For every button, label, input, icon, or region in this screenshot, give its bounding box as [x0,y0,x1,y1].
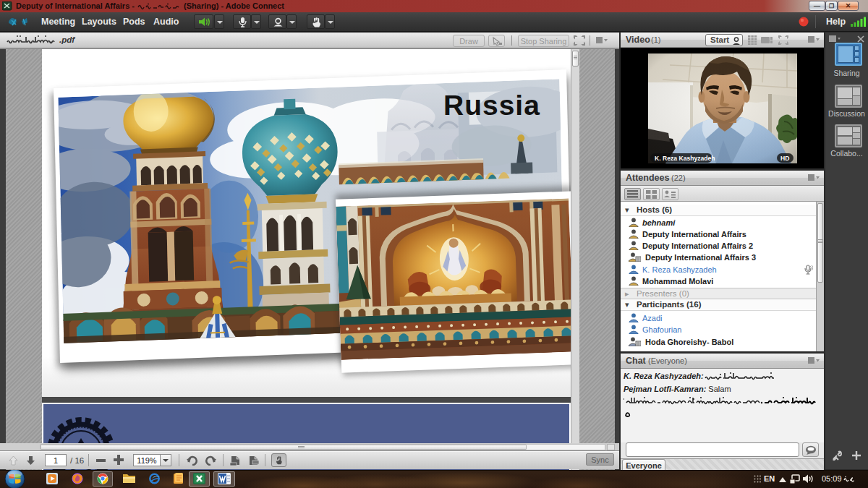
svg-text:HD: HD [780,155,789,162]
svg-text:K. Reza Kashyzadeh: K. Reza Kashyzadeh [655,155,715,162]
